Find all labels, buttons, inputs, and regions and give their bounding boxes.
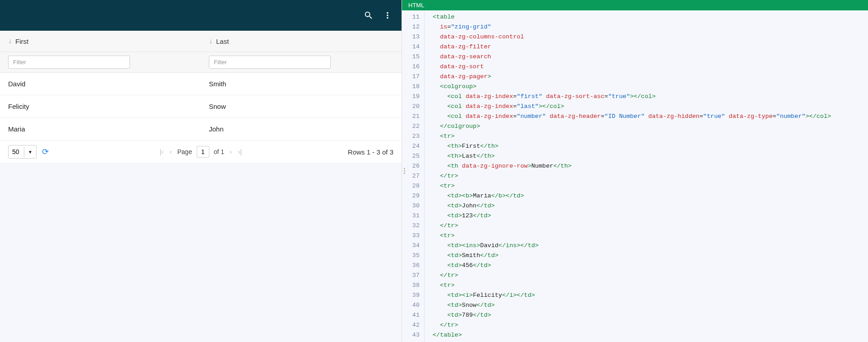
column-label: Last — [216, 37, 229, 45]
table-row[interactable]: DavidSmith — [0, 73, 402, 95]
page-label: Page — [177, 148, 192, 155]
grid-caption-bar — [0, 0, 402, 31]
editor-tab-bar: HTML — [402, 0, 868, 10]
cell-first: Maria — [0, 118, 201, 140]
rows-info: Rows 1 - 3 of 3 — [348, 148, 393, 156]
filter-input-last[interactable] — [209, 56, 331, 69]
code-area[interactable]: 1112131415161718192021222324252627282930… — [402, 10, 868, 342]
search-icon[interactable] — [364, 10, 374, 20]
pane-resize-handle[interactable] — [402, 164, 406, 178]
column-header-row: ↓ First ↓ Last — [0, 31, 402, 52]
page-input[interactable] — [197, 146, 209, 158]
refresh-icon[interactable]: ⟳ — [42, 147, 49, 157]
sort-arrow-icon: ↓ — [209, 37, 212, 45]
page-size-input[interactable] — [9, 145, 24, 158]
table-row[interactable]: MariaJohn — [0, 118, 402, 141]
prev-page-icon[interactable]: ‹ — [169, 148, 173, 155]
column-label: First — [15, 37, 28, 45]
preview-background — [0, 164, 402, 342]
pager-nav: |‹ ‹ Page of 1 › ›| — [159, 146, 243, 158]
more-vert-icon[interactable] — [383, 10, 392, 20]
code-lines[interactable]: <table is="zing-grid" data-zg-columns-co… — [425, 10, 831, 342]
cell-first: David — [0, 73, 201, 95]
next-page-icon[interactable]: › — [229, 148, 233, 155]
pager-bar: ▼ ⟳ |‹ ‹ Page of 1 › ›| Rows 1 - 3 of 3 — [0, 141, 402, 164]
page-size-select[interactable]: ▼ — [8, 145, 37, 159]
filter-input-first[interactable] — [8, 56, 130, 69]
cell-last: John — [201, 118, 402, 140]
grid-preview-pane: ↓ First ↓ Last DavidSmithFelicitySnowMar… — [0, 0, 402, 342]
column-header-first[interactable]: ↓ First — [0, 31, 201, 52]
cell-last: Snow — [201, 95, 402, 117]
filter-row — [0, 52, 402, 73]
first-page-icon[interactable]: |‹ — [159, 148, 164, 155]
cell-first: Felicity — [0, 95, 201, 117]
tab-html[interactable]: HTML — [402, 0, 430, 10]
caret-down-icon[interactable]: ▼ — [24, 147, 36, 157]
column-header-last[interactable]: ↓ Last — [201, 31, 402, 52]
cell-last: Smith — [201, 73, 402, 95]
table-row[interactable]: FelicitySnow — [0, 95, 402, 118]
last-page-icon[interactable]: ›| — [237, 148, 243, 155]
code-editor-pane: HTML 11121314151617181920212223242526272… — [402, 0, 868, 342]
page-of-label: of 1 — [214, 148, 224, 155]
grid-body: DavidSmithFelicitySnowMariaJohn — [0, 73, 402, 141]
sort-arrow-icon: ↓ — [8, 37, 12, 45]
